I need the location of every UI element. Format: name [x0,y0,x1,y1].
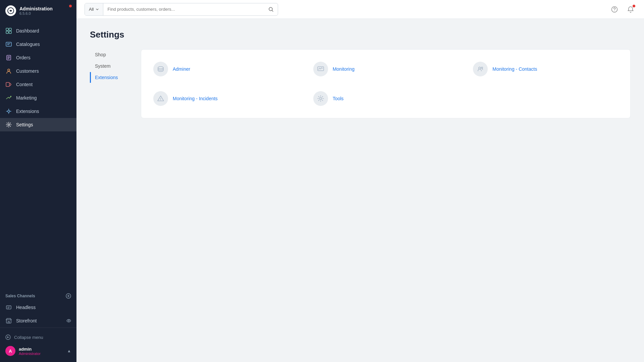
svg-point-7 [8,69,10,71]
sidebar-item-headless[interactable]: Headless [0,301,76,314]
storefront-visibility-icon[interactable] [66,318,71,323]
svg-rect-2 [9,28,11,31]
search-button[interactable] [264,3,278,15]
catalogues-icon [5,41,12,48]
orders-icon [5,54,12,61]
user-name: admin [19,347,41,352]
monitoring-contacts-label: Monitoring - Contacts [492,66,537,72]
sidebar-item-orders[interactable]: Orders [0,51,76,64]
user-role: Administrator [19,352,41,356]
tools-icon [313,91,328,106]
settings-icon [5,121,12,128]
svg-point-10 [8,124,10,126]
extension-monitoring-contacts[interactable]: Monitoring - Contacts [466,55,625,83]
settings-nav: Shop System Extensions [90,49,130,118]
sidebar-item-label: Content [16,82,33,87]
collapse-menu-button[interactable]: Collapse menu [0,332,76,343]
extensions-grid: Adminer Monitoring [147,55,625,113]
extension-tools[interactable]: Tools [307,84,465,113]
extension-monitoring[interactable]: Monitoring [307,55,465,83]
headless-icon [5,304,12,311]
extension-monitoring-incidents[interactable]: Monitoring - Incidents [147,84,305,113]
search-input[interactable] [103,7,264,12]
sidebar-item-content[interactable]: Content [0,78,76,91]
sidebar-item-label: Extensions [16,109,39,114]
svg-rect-1 [6,28,8,31]
sidebar-nav: Dashboard Catalogues Orders [0,21,76,289]
content-area: Settings Shop System Extensions [76,19,644,362]
svg-point-23 [160,100,161,101]
notification-dot [69,5,72,7]
page-title: Settings [90,29,631,40]
sidebar-item-customers[interactable]: Customers [0,64,76,78]
sidebar-item-label: Customers [16,68,39,74]
svg-point-21 [479,67,481,69]
topbar: All [76,0,644,19]
extensions-icon [5,108,12,115]
monitoring-contacts-icon [473,62,488,76]
customers-icon [5,68,12,74]
sidebar-item-storefront[interactable]: Storefront [0,314,76,327]
svg-point-19 [158,67,163,69]
sidebar-item-extensions[interactable]: Extensions [0,105,76,118]
svg-point-18 [614,10,615,11]
settings-nav-system[interactable]: System [90,61,130,71]
main-area: All [76,0,644,362]
storefront-icon [5,317,12,324]
sidebar-header: Administration 6.5.6.0 [0,0,76,21]
chevron-up-icon: ▲ [67,349,71,353]
sidebar-item-label: Dashboard [16,28,39,34]
sidebar-item-label: Marketing [16,95,37,101]
search-filter-dropdown[interactable]: All [85,3,103,15]
search-bar: All [85,3,278,16]
monitoring-incidents-label: Monitoring - Incidents [173,96,218,101]
avatar: A [5,346,15,356]
help-icon[interactable] [609,4,620,15]
extensions-card: Adminer Monitoring [141,49,631,118]
svg-rect-5 [6,42,11,46]
sidebar-footer: Collapse menu A admin Administrator ▲ [0,327,76,362]
app-logo [5,5,16,16]
sidebar: Administration 6.5.6.0 Dashboard [0,0,76,362]
svg-rect-12 [6,306,11,309]
tools-label: Tools [333,96,344,101]
app-title: Administration [19,6,53,12]
topbar-right [609,4,636,15]
sidebar-item-label: Settings [16,122,33,127]
svg-rect-8 [6,82,9,86]
sidebar-item-label: Orders [16,55,31,60]
svg-rect-3 [6,31,8,34]
add-sales-channel-icon[interactable] [66,293,71,299]
sidebar-item-label: Storefront [16,318,37,323]
notifications-icon[interactable] [625,4,636,15]
sidebar-item-catalogues[interactable]: Catalogues [0,38,76,51]
monitoring-icon [313,62,328,76]
monitoring-incidents-icon [153,91,168,106]
svg-point-22 [481,67,483,68]
dashboard-icon [5,27,12,34]
extension-adminer[interactable]: Adminer [147,55,305,83]
monitoring-label: Monitoring [333,66,355,72]
sidebar-item-label: Headless [16,305,36,310]
settings-nav-extensions[interactable]: Extensions [90,72,130,83]
sales-channels-header: Sales Channels [0,289,76,301]
marketing-icon [5,95,12,101]
app-version: 6.5.6.0 [19,11,53,15]
user-info: A admin Administrator [5,346,41,356]
svg-point-24 [320,98,322,100]
content-icon [5,81,12,88]
settings-nav-shop[interactable]: Shop [90,49,130,60]
adminer-label: Adminer [173,66,190,72]
notification-badge [633,5,635,7]
svg-point-14 [68,320,69,321]
sidebar-item-settings[interactable]: Settings [0,118,76,131]
adminer-icon [153,62,168,76]
sidebar-item-dashboard[interactable]: Dashboard [0,24,76,38]
svg-rect-4 [9,31,11,34]
sidebar-item-label: Catalogues [16,42,40,47]
sidebar-item-marketing[interactable]: Marketing [0,91,76,105]
svg-point-9 [8,110,10,112]
user-section[interactable]: A admin Administrator ▲ [0,343,76,359]
settings-layout: Shop System Extensions [90,49,631,118]
